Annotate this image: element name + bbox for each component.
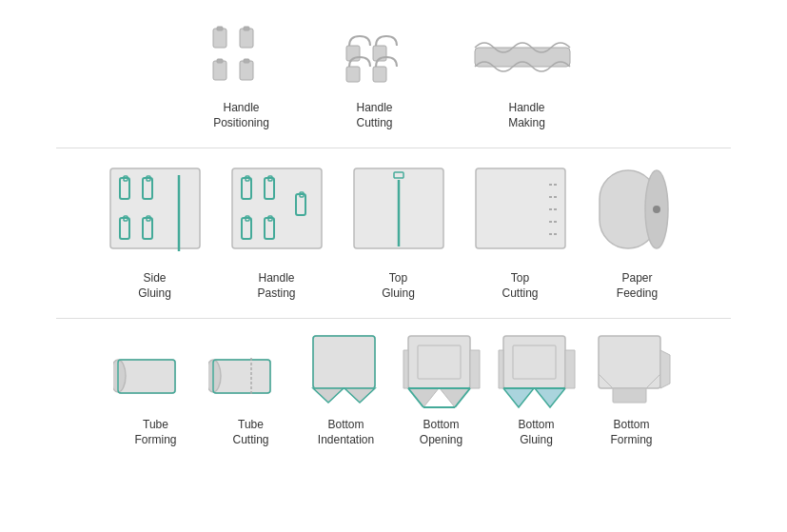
- svg-point-45: [653, 206, 660, 213]
- svg-marker-72: [535, 388, 565, 407]
- item-top-cutting: TopCutting: [468, 161, 573, 301]
- top-cutting-label: TopCutting: [502, 271, 538, 301]
- top-gluing-icon: [346, 161, 451, 266]
- handle-positioning-icon: [204, 19, 280, 95]
- bottom-gluing-icon: [494, 331, 580, 412]
- svg-rect-49: [213, 360, 270, 393]
- svg-marker-64: [470, 350, 480, 388]
- item-handle-positioning: HandlePositioning: [204, 19, 280, 130]
- bottom-indentation-label: BottomIndentation: [318, 418, 374, 447]
- bottom-opening-icon: [399, 331, 484, 412]
- svg-rect-5: [217, 59, 223, 63]
- item-handle-making: HandleMaking: [470, 19, 584, 130]
- row-1: HandlePositioning HandleCutting: [19, 19, 768, 130]
- bottom-opening-label: BottomOpening: [420, 418, 462, 447]
- handle-making-icon: [470, 19, 584, 95]
- row-3: TubeForming TubeCutting: [19, 331, 768, 447]
- svg-rect-3: [244, 27, 249, 30]
- svg-rect-53: [313, 336, 375, 388]
- svg-marker-71: [503, 388, 534, 407]
- paper-feeding-icon: [590, 161, 685, 266]
- item-bottom-gluing: BottomGluing: [494, 331, 580, 447]
- svg-marker-56: [344, 388, 375, 403]
- svg-marker-61: [408, 388, 439, 407]
- item-bottom-forming: BottomForming: [589, 331, 675, 447]
- svg-rect-76: [599, 336, 660, 388]
- svg-rect-6: [240, 61, 253, 80]
- item-bottom-indentation: BottomIndentation: [304, 331, 389, 447]
- svg-rect-46: [118, 360, 175, 393]
- svg-rect-4: [213, 61, 226, 80]
- item-tube-cutting: TubeCutting: [208, 341, 294, 447]
- item-paper-feeding: PaperFeeding: [590, 161, 685, 301]
- item-handle-pasting: HandlePasting: [225, 161, 329, 301]
- bottom-forming-label: BottomForming: [610, 418, 652, 447]
- handle-positioning-label: HandlePositioning: [213, 101, 269, 130]
- bottom-forming-icon: [589, 331, 675, 412]
- svg-marker-62: [440, 388, 470, 407]
- svg-rect-1: [217, 27, 223, 30]
- top-cutting-icon: [468, 161, 573, 266]
- svg-marker-63: [403, 350, 408, 388]
- item-side-gluing: SideGluing: [103, 161, 207, 301]
- svg-rect-7: [244, 59, 249, 63]
- side-gluing-icon: [103, 161, 207, 266]
- top-gluing-label: TopGluing: [382, 271, 415, 301]
- svg-point-50: [208, 360, 221, 392]
- svg-rect-0: [213, 29, 226, 48]
- svg-rect-11: [373, 67, 386, 82]
- svg-rect-2: [240, 29, 253, 48]
- item-top-gluing: TopGluing: [346, 161, 451, 301]
- tube-forming-icon: [113, 341, 199, 412]
- svg-marker-73: [499, 350, 503, 388]
- tube-cutting-icon: [208, 341, 294, 412]
- row-2: SideGluing HandlePasting: [19, 161, 768, 301]
- bottom-gluing-label: BottomGluing: [518, 418, 554, 447]
- item-handle-cutting: HandleCutting: [337, 19, 413, 130]
- handle-pasting-icon: [225, 161, 329, 266]
- tube-forming-label: TubeForming: [134, 418, 176, 447]
- svg-marker-80: [660, 350, 670, 388]
- svg-point-47: [113, 360, 126, 392]
- svg-marker-74: [565, 350, 575, 388]
- item-tube-forming: TubeForming: [113, 341, 199, 447]
- bottom-indentation-icon: [304, 331, 389, 412]
- paper-feeding-label: PaperFeeding: [617, 271, 658, 301]
- tube-cutting-label: TubeCutting: [232, 418, 268, 447]
- svg-marker-55: [313, 388, 344, 403]
- divider-1: [56, 148, 730, 148]
- handle-cutting-icon: [337, 19, 413, 95]
- svg-rect-79: [613, 388, 646, 403]
- side-gluing-label: SideGluing: [138, 271, 171, 301]
- item-bottom-opening: BottomOpening: [399, 331, 484, 447]
- divider-2: [56, 318, 730, 319]
- handle-pasting-label: HandlePasting: [257, 271, 295, 301]
- handle-making-label: HandleMaking: [508, 101, 545, 130]
- handle-cutting-label: HandleCutting: [356, 101, 392, 130]
- svg-rect-10: [346, 67, 360, 82]
